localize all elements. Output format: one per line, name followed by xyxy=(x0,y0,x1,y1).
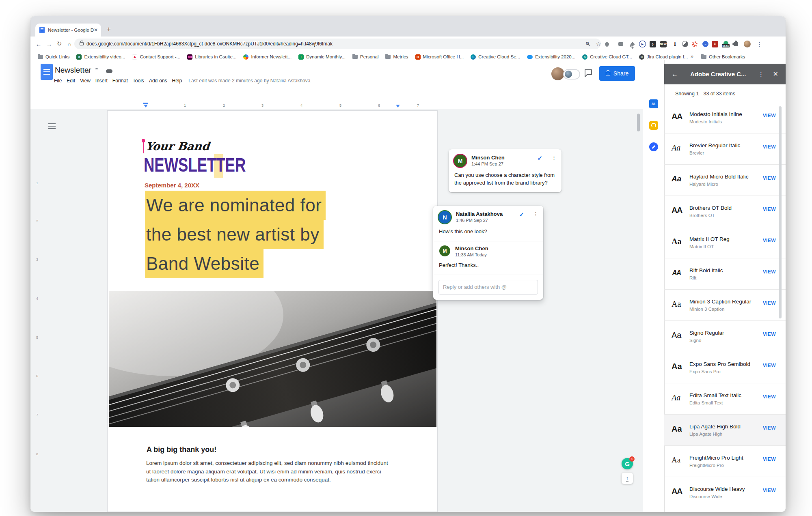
bookmark-jira[interactable]: ⊕Jira Cloud plugin f... xyxy=(639,54,688,60)
view-button[interactable]: VIEW xyxy=(763,488,776,493)
reply-input[interactable]: Reply or add others with @ xyxy=(438,280,538,295)
bookmark-ms-office[interactable]: OMicrosoft Office H... xyxy=(415,54,464,60)
browser-menu-icon[interactable]: ⋮ xyxy=(756,40,763,48)
first-line-indent-marker[interactable] xyxy=(143,103,148,104)
ext-play-icon[interactable]: ▶ xyxy=(639,40,646,48)
office-icon: O xyxy=(415,54,421,60)
ext-wave-icon[interactable]: ~ xyxy=(702,40,709,48)
font-name: Signo Regular xyxy=(689,330,724,336)
bookmark-extensibility-2020[interactable]: Extensibility 2020... xyxy=(527,54,575,59)
home-icon[interactable]: ⌂ xyxy=(65,37,74,51)
menu-edit[interactable]: Edit xyxy=(64,77,78,84)
ext-grid-icon[interactable]: ⠿ xyxy=(711,40,719,48)
view-button[interactable]: VIEW xyxy=(763,175,776,181)
bookmark-quick-links[interactable]: Quick Links xyxy=(38,54,69,59)
document-scrollbar[interactable] xyxy=(637,114,640,131)
menu-file[interactable]: File xyxy=(52,77,64,84)
resolve-comment-icon[interactable]: ✓ xyxy=(537,155,542,162)
bookmark-libraries-gsuite[interactable]: XdLibraries in Gsuite... xyxy=(187,54,236,60)
browser-avatar[interactable] xyxy=(743,40,751,48)
bookmark-personal[interactable]: Personal xyxy=(352,54,378,59)
open-comments-icon[interactable] xyxy=(583,68,593,80)
ext-camera-icon[interactable] xyxy=(617,40,624,48)
font-row: Aa Minion 3 Caption Regular Minion 3 Cap… xyxy=(664,290,786,321)
new-tab-button[interactable]: + xyxy=(107,25,111,33)
tab-close-icon[interactable]: ✕ xyxy=(94,27,98,33)
right-indent-marker[interactable] xyxy=(396,105,400,108)
bookmark-cc-se[interactable]: SCreative Cloud Se... xyxy=(471,54,520,60)
bookmark-metrics[interactable]: Metrics xyxy=(385,54,408,59)
star-document-icon[interactable]: ☆ xyxy=(85,67,90,75)
ext-i-icon[interactable]: I xyxy=(671,40,679,48)
view-button[interactable]: VIEW xyxy=(763,144,776,150)
view-button[interactable]: VIEW xyxy=(763,394,776,400)
ext-location-icon[interactable] xyxy=(603,40,611,48)
menu-format[interactable]: Format xyxy=(110,77,130,84)
bookmark-extensibility-video[interactable]: XExtensibility video... xyxy=(76,54,125,60)
document-outline-icon[interactable] xyxy=(48,123,56,129)
doc-body-line: ut laoreet dolore magna aliquam erat vol… xyxy=(146,469,381,475)
bookmark-contact-support[interactable]: AContact Support -... xyxy=(132,54,180,60)
menu-addons[interactable]: Add-ons xyxy=(147,77,170,84)
back-icon[interactable]: ← xyxy=(34,37,43,51)
forward-icon[interactable]: → xyxy=(44,37,54,51)
font-row: Aa FreightMicro Pro Light FreightMicro P… xyxy=(664,446,786,477)
zoom-page-icon[interactable]: 🔍︎ xyxy=(584,39,592,49)
view-button[interactable]: VIEW xyxy=(763,456,776,462)
reload-icon[interactable]: ↻ xyxy=(54,37,64,51)
other-bookmarks[interactable]: Other Bookmarks xyxy=(701,54,745,59)
ext-flower-icon[interactable] xyxy=(691,40,698,48)
ext-puzzle-icon[interactable] xyxy=(732,40,740,48)
view-button[interactable]: VIEW xyxy=(763,206,776,212)
tasks-icon[interactable] xyxy=(649,142,658,151)
collaborator-avatar-m[interactable] xyxy=(551,67,564,80)
menu-tools[interactable]: Tools xyxy=(130,77,147,84)
panel-close-icon[interactable]: ✕ xyxy=(773,70,778,78)
url-text[interactable]: docs.google.com/document/d/1FbH2apr4663X… xyxy=(86,41,333,47)
bookmarks-overflow-chevron[interactable]: » xyxy=(691,54,693,59)
google-docs-icon[interactable] xyxy=(41,64,53,80)
docs-favicon-icon xyxy=(39,27,45,33)
ext-new-icon[interactable]: NEW xyxy=(659,40,667,48)
view-button[interactable]: VIEW xyxy=(763,363,776,368)
comment-menu-icon[interactable]: ⋮ xyxy=(533,211,538,217)
cloud-status-icon[interactable] xyxy=(106,69,112,73)
font-family-label: Brevier xyxy=(689,150,704,155)
bookmark-informer[interactable]: Informer Newslett... xyxy=(243,54,292,60)
view-button[interactable]: VIEW xyxy=(763,425,776,431)
headline-line: the best new artist by xyxy=(145,220,324,249)
bookmark-dynamic-monthly[interactable]: +Dynamic Monthly... xyxy=(298,54,346,60)
menu-help[interactable]: Help xyxy=(170,77,185,84)
view-button[interactable]: VIEW xyxy=(763,300,776,306)
menu-view[interactable]: View xyxy=(78,77,93,84)
ext-circle-icon[interactable] xyxy=(681,40,689,48)
font-preview: Aa xyxy=(672,393,688,402)
ext-dropbox-icon[interactable] xyxy=(628,40,636,48)
browser-tab[interactable]: Newsletter - Google Docs ✕ xyxy=(35,24,101,37)
keep-icon[interactable] xyxy=(649,121,658,130)
comment-menu-icon[interactable]: ⋮ xyxy=(551,155,557,161)
page-up-widget[interactable]: ↑ xyxy=(622,473,633,484)
left-indent-marker[interactable] xyxy=(144,105,148,108)
share-button[interactable]: Share xyxy=(599,66,635,81)
panel-menu-icon[interactable]: ⋮ xyxy=(758,71,764,77)
ext-lightbulb-icon[interactable]: ϙ xyxy=(649,40,657,48)
presence-pill[interactable] xyxy=(563,69,580,80)
last-edit-link[interactable]: Last edit was made 2 minutes ago by Nata… xyxy=(188,78,310,84)
panel-scrollbar[interactable] xyxy=(779,106,782,318)
view-button[interactable]: VIEW xyxy=(763,269,776,275)
docs-toolbar: 100% ▾ Heading 1▾ ▾ 42▾ B I U A ▾ 123 ▾ … xyxy=(30,85,643,102)
view-button[interactable]: VIEW xyxy=(763,331,776,337)
grammarly-button[interactable]: G 1 xyxy=(622,458,633,469)
bookmark-cc-gt[interactable]: SCreative Cloud GT... xyxy=(582,54,632,60)
resolve-comment-icon[interactable]: ✓ xyxy=(519,211,524,218)
calendar-icon[interactable]: 31 xyxy=(649,99,658,108)
folder-icon xyxy=(385,55,391,59)
url-bar[interactable]: docs.google.com/document/d/1FbH2apr4663X… xyxy=(74,39,601,49)
view-button[interactable]: VIEW xyxy=(763,238,776,243)
back-icon[interactable]: ← xyxy=(672,71,678,78)
ext-beta-icon[interactable]: BETA xyxy=(722,40,730,48)
menu-insert[interactable]: Insert xyxy=(93,77,110,84)
bookmark-star-icon[interactable]: ☆ xyxy=(594,39,603,49)
view-button[interactable]: VIEW xyxy=(763,113,776,118)
